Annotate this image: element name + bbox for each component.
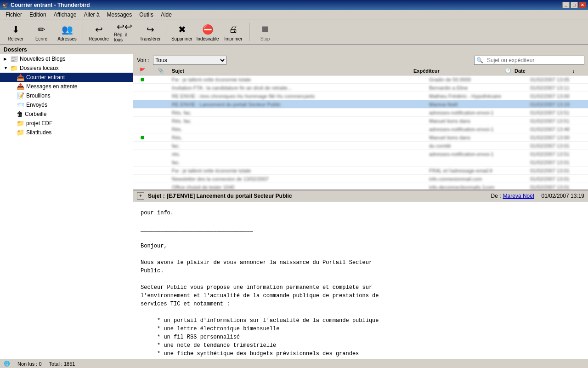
supprimer-icon: ✖ [175, 22, 189, 36]
search-box: 🔍 [474, 56, 584, 65]
menu-item-edition[interactable]: Edition [26, 11, 50, 19]
toolbar-btn-supprimer[interactable]: ✖Supprimer [170, 21, 194, 43]
email-sender: Mathieu Frédéric - Hypothécaire [427, 93, 519, 99]
email-date: 01/02/2007 13:01 [528, 168, 588, 173]
sidebar-item-label: Envoyés [26, 102, 47, 108]
folders-label: Dossiers [4, 46, 27, 53]
toolbar-separator-5 [166, 23, 166, 41]
email-sender: adresses-notification-envoi-1 [427, 110, 519, 115]
répondre-icon: ↩ [91, 22, 106, 36]
email-date: 01/02/2007 13:00 [528, 93, 588, 99]
col-header-sender[interactable]: Expéditeur [412, 68, 503, 74]
col-header-subject[interactable]: Sujet [170, 68, 402, 74]
sidebar-item-courrier-entrant[interactable]: 📥Courrier entrant [0, 73, 133, 82]
email-date: 01/02/2007 13:00 [528, 135, 588, 140]
toolbar-btn-transfrer[interactable]: ↪Transférer [138, 21, 162, 43]
adresses-label: Adresses [57, 36, 77, 41]
menu-item-messages[interactable]: Messages [103, 11, 136, 19]
email-subject: Rés. fac. [170, 118, 418, 124]
preview-from-label: De : [491, 193, 501, 199]
email-row[interactable]: Rés.Manuel bons dans01/02/2007 13:00 [133, 133, 588, 142]
filter-bar: Voir : TousNon lusAvec étoileContact 🔍 [133, 54, 588, 66]
sidebar-item-label: Silatitudes [26, 129, 51, 136]
email-row[interactable]: Fw : je tallent cette économie totaleFRA… [133, 167, 588, 175]
email-subject: Rés. fac. [170, 110, 418, 115]
titlebar-text: Courrier entrant - Thunderbird [11, 2, 90, 8]
menu-item-aide[interactable]: Aide [157, 11, 175, 19]
toolbar-btn-rp--tous[interactable]: ↩↩Rép. à tous [113, 21, 136, 43]
email-row[interactable]: Newsletter des la connexion de 13/02/200… [133, 175, 588, 183]
adresses-icon: 👥 [60, 22, 74, 36]
unread-count: Non lus : 0 [17, 361, 42, 367]
toolbar-btn-indsirable[interactable]: ⛔Indésirable [196, 21, 220, 43]
email-row[interactable]: RE ENVIE : rires chroniques Hu hommage f… [133, 92, 588, 100]
email-row[interactable]: Rés. fac.Manuel bons dans01/02/2007 13:5… [133, 117, 588, 125]
email-row[interactable]: rés.adresses-notification-envoi-101/02/2… [133, 150, 588, 158]
menu-item-fichier[interactable]: Fichier [2, 11, 26, 19]
email-subject: rés. [170, 151, 418, 157]
preview-expand-button[interactable]: + [137, 192, 144, 200]
sidebar-item-label: Messages en attente [26, 83, 77, 90]
email-row[interactable]: RE ENVIE : Lancement du portail Secteur … [133, 100, 588, 109]
right-panel: Voir : TousNon lusAvec étoileContact 🔍 🚩… [133, 54, 588, 359]
titlebar: 🦅 Courrier entrant - Thunderbird _ □ ✕ [0, 0, 588, 10]
menu-item-affichage[interactable]: Affichage [50, 11, 80, 19]
email-date: 01/02/2007 13:51 [528, 110, 588, 115]
stop-icon: ⏹ [258, 22, 272, 36]
imprimer-label: Imprimer [224, 36, 242, 41]
email-subject: Fw : je tallent cette économie totale [170, 168, 418, 173]
email-sender: Manuel bons dans [427, 135, 519, 140]
preview-from-link[interactable]: Mareva Noël [503, 193, 534, 199]
status-dot-green [141, 78, 144, 81]
email-subject: Fw : je tallent cette économie totale [170, 77, 418, 82]
expand-icon: ▼ [4, 66, 9, 70]
supprimer-label: Supprimer [171, 36, 192, 41]
toolbar-btn-rpondre[interactable]: ↩Répondre [87, 21, 111, 43]
indésirable-icon: ⛔ [200, 22, 215, 36]
close-button[interactable]: ✕ [579, 2, 586, 8]
sidebar-item-dossiers-locaux[interactable]: ▼📁Dossiers locaux [0, 63, 133, 73]
email-row[interactable]: Office choisit de tester 1040info-deconn… [133, 183, 588, 190]
écrire-icon: ✏ [34, 22, 49, 36]
sidebar-item-label: Nouvelles et Blogs [20, 56, 65, 62]
sidebar-item-corbeille[interactable]: 🗑Corbeille [0, 109, 133, 119]
email-row[interactable]: Invitation FTA : la candidature fin an d… [133, 84, 588, 92]
menu-item-outils[interactable]: Outils [136, 11, 157, 19]
rép.-à-tous-label: Rép. à tous [114, 32, 135, 42]
email-row[interactable]: Rés.adresses-notification-envoi-101/02/2… [133, 125, 588, 133]
sidebar-item-silatitudes[interactable]: 📁Silatitudes [0, 128, 133, 137]
sidebar-item-messages-en-attente[interactable]: 📤Messages en attente [0, 82, 133, 91]
toolbar-btn-stop: ⏹Stop [253, 21, 277, 43]
toolbar-btn-crire[interactable]: ✏Écrire [29, 21, 53, 43]
email-subject: Newsletter des la connexion de 13/02/200… [170, 176, 418, 182]
email-subject: fac. [170, 160, 418, 165]
filter-select[interactable]: TousNon lusAvec étoileContact [153, 56, 226, 65]
sidebar-item-projet-edf[interactable]: 📁projet EDF [0, 119, 133, 128]
email-row[interactable]: Rés. fac.adresses-notification-envoi-101… [133, 109, 588, 117]
maximize-button[interactable]: □ [571, 2, 578, 8]
email-subject: Rés. [170, 135, 418, 140]
sidebar-item-brouillons[interactable]: 📝Brouillons [0, 91, 133, 100]
email-row[interactable]: Fw : je tallent cette économie totaleGra… [133, 75, 588, 84]
search-input[interactable] [485, 57, 582, 63]
email-subject: RE ENVIE : rires chroniques Hu hommage f… [170, 93, 418, 99]
sidebar-item-nouvelles-et-blogs[interactable]: ▶📰Nouvelles et Blogs [0, 54, 133, 63]
email-date: 01/02/2007 13:48 [528, 126, 588, 132]
email-sender: Manuel bons dans [427, 118, 519, 124]
preview-subject: [EJ'ENVIE] Lancement du portail Secteur … [167, 193, 491, 199]
col-header-date[interactable]: Date [513, 68, 572, 74]
email-date: 01/02/2007 13:11 [528, 85, 588, 91]
minimize-button[interactable]: _ [562, 2, 570, 8]
email-row[interactable]: fac.01/02/2007 13:01 [133, 158, 588, 167]
toolbar-separator-2 [83, 23, 83, 41]
email-row[interactable]: fac.du comité01/02/2007 13:01 [133, 142, 588, 150]
sidebar-item-envoyés[interactable]: 📨Envoyés [0, 100, 133, 109]
col-header-date-icon: 🕐 [503, 68, 513, 74]
toolbar-btn-imprimer[interactable]: 🖨Imprimer [221, 21, 245, 43]
status-dot-green [141, 136, 144, 139]
toolbar-btn-relever[interactable]: ⬇Relever [4, 21, 28, 43]
menu-item-aller-à[interactable]: Aller à [80, 11, 103, 19]
toolbar-btn-adresses[interactable]: 👥Adresses [55, 21, 79, 43]
folder-icon: 🗑 [17, 110, 23, 118]
email-sender: FRAL et l'adressage-email.fr [427, 168, 519, 173]
